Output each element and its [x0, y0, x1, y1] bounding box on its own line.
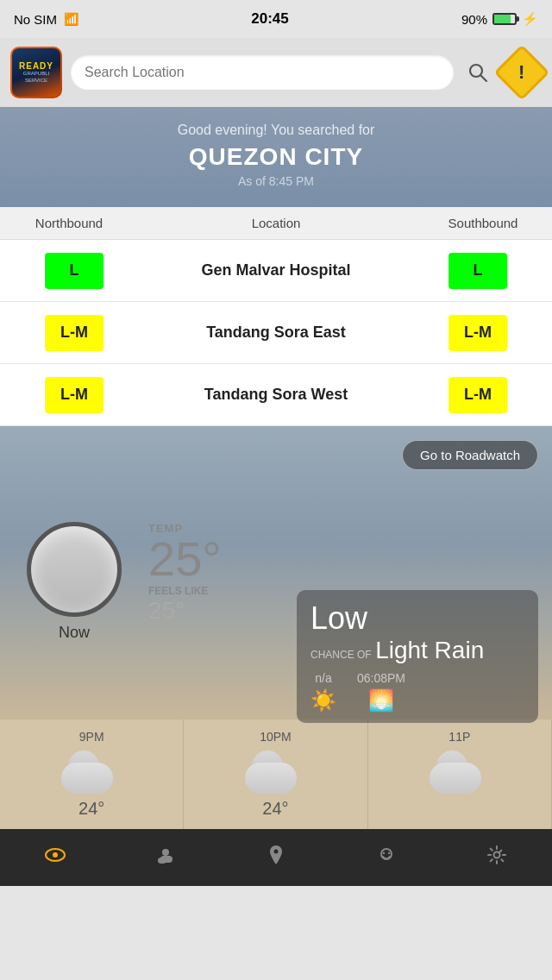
warning-button[interactable]: !: [493, 44, 549, 100]
svg-rect-6: [158, 858, 166, 864]
nav-item-settings[interactable]: [442, 829, 552, 886]
chance-of-row: CHANCE OF Light Rain: [310, 637, 524, 664]
battery-percent: 90%: [461, 12, 487, 27]
weather-status-overlay: Low CHANCE OF Light Rain n/a ☀️ 06:08PM …: [297, 590, 538, 723]
northbound-badge: L-M: [45, 315, 104, 351]
nav-item-location[interactable]: [221, 829, 331, 886]
table-row: L-M Tandang Sora West L-M: [0, 364, 552, 426]
hourly-temp: 24°: [10, 799, 172, 819]
location-name: Tandang Sora East: [206, 324, 346, 341]
search-banner: Good evening! You searched for QUEZON CI…: [0, 107, 552, 207]
southbound-badge: L-M: [448, 377, 507, 413]
svg-point-9: [383, 852, 385, 854]
chance-of-label: CHANCE OF: [310, 649, 372, 661]
location-col: Gen Malvar Hospital: [141, 261, 411, 280]
info-na-value: n/a: [315, 671, 331, 685]
hourly-section: 9PM 24° 10PM 24° 11P: [0, 719, 552, 829]
search-input[interactable]: [85, 65, 440, 80]
weather-sun-container: Now: [14, 522, 135, 642]
banner-greeting: Good evening! You searched for: [17, 122, 535, 138]
battery-icon: [492, 13, 517, 25]
hourly-item: 11P: [368, 719, 552, 829]
hourly-temp: 24°: [194, 799, 356, 819]
svg-point-4: [162, 849, 169, 856]
weather-now-label: Now: [59, 624, 90, 642]
overview-icon: [44, 844, 66, 871]
southbound-badge: L: [448, 253, 507, 289]
banner-timestamp: As of 8:45 PM: [17, 174, 535, 188]
hourly-item: 10PM 24°: [184, 719, 367, 829]
hourly-time: 11P: [379, 730, 541, 744]
northbound-badge-col: L-M: [7, 377, 141, 413]
cloud-body: [430, 763, 481, 794]
app-logo: READY GRAPUBLI SERVICE: [10, 47, 62, 98]
weather-info-sunset: 06:08PM 🌅: [357, 671, 405, 713]
location-col: Tandang Sora West: [141, 386, 411, 404]
location-nav-icon: [267, 844, 285, 871]
settings-nav-icon: [486, 844, 508, 871]
status-bar: No SIM 📶 20:45 90% ⚡: [0, 0, 552, 38]
southbound-badge: L-M: [448, 315, 507, 351]
hourly-time: 10PM: [194, 730, 356, 744]
weather-nav-icon: [154, 844, 177, 871]
weather-info-row: n/a ☀️ 06:08PM 🌅: [310, 671, 524, 713]
hourly-time: 9PM: [10, 730, 172, 744]
cloud-graphic: [245, 751, 305, 794]
svg-point-3: [53, 852, 58, 858]
sunset-icon: 🌅: [368, 688, 394, 713]
southbound-badge-col: L-M: [411, 377, 545, 413]
carrier-label: No SIM: [14, 12, 57, 27]
weather-condition: Light Rain: [375, 637, 484, 663]
northbound-badge: L: [45, 253, 104, 289]
header-southbound: Southbound: [414, 216, 552, 230]
warning-icon: !: [518, 61, 524, 84]
nav-item-overview[interactable]: [0, 829, 110, 886]
nav-item-community[interactable]: [331, 829, 442, 886]
search-bar[interactable]: [71, 55, 454, 90]
status-time: 20:45: [251, 10, 288, 28]
southbound-badge-col: L-M: [411, 315, 545, 351]
wifi-icon: 📶: [64, 12, 78, 26]
cloud-graphic: [430, 751, 490, 794]
sunset-time: 06:08PM: [357, 671, 405, 685]
roadwatch-button[interactable]: Go to Roadwatch: [402, 440, 538, 470]
svg-point-7: [274, 850, 279, 854]
cloud-body: [61, 763, 113, 794]
battery-fill: [494, 15, 511, 23]
svg-point-10: [388, 852, 390, 854]
sun-icon: ☀️: [310, 688, 336, 713]
status-right: 90% ⚡: [461, 11, 538, 27]
bottom-nav: [0, 829, 552, 886]
sun-graphic: [27, 522, 122, 617]
status-level: Low: [310, 600, 524, 637]
cloud-graphic: [61, 751, 122, 794]
logo-sub: GRAPUBLI SERVICE: [12, 71, 60, 83]
northbound-badge-col: L-M: [7, 315, 141, 351]
banner-city: QUEZON CITY: [17, 143, 535, 171]
header-northbound: Northbound: [0, 216, 138, 230]
logo-text: READY: [19, 61, 53, 71]
svg-point-11: [494, 852, 500, 858]
header-location: Location: [138, 216, 414, 230]
hourly-item: 9PM 24°: [0, 719, 184, 829]
temp-value: 25°: [148, 535, 538, 583]
traffic-section: Northbound Location Southbound L Gen Mal…: [0, 207, 552, 426]
weather-info-na: n/a ☀️: [310, 671, 336, 713]
logo-inner: READY GRAPUBLI SERVICE: [12, 48, 60, 97]
northbound-badge-col: L: [7, 253, 141, 289]
search-button[interactable]: [462, 57, 493, 88]
community-nav-icon: [375, 844, 398, 871]
northbound-badge: L-M: [45, 377, 104, 413]
southbound-badge-col: L: [411, 253, 545, 289]
charging-icon: ⚡: [522, 11, 538, 27]
location-name: Gen Malvar Hospital: [201, 261, 350, 279]
svg-line-1: [481, 76, 487, 82]
status-left: No SIM 📶: [14, 12, 78, 27]
traffic-table-header: Northbound Location Southbound: [0, 207, 552, 240]
table-row: L-M Tandang Sora East L-M: [0, 302, 552, 364]
header: READY GRAPUBLI SERVICE !: [0, 38, 552, 107]
table-row: L Gen Malvar Hospital L: [0, 240, 552, 302]
cloud-body: [245, 763, 297, 794]
nav-item-weather[interactable]: [110, 829, 221, 886]
location-col: Tandang Sora East: [141, 324, 411, 342]
